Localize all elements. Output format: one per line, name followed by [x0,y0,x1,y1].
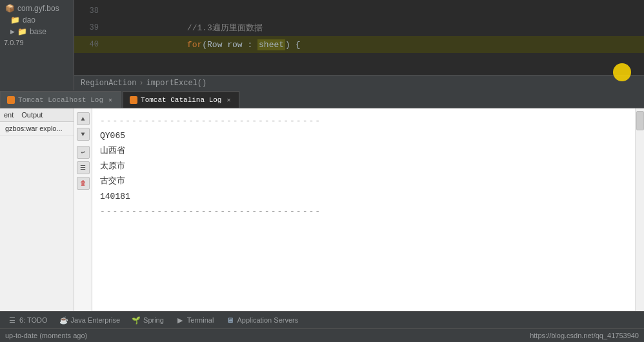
scroll-down-btn[interactable]: ▼ [77,128,90,141]
tree-item-base[interactable]: ▶ 📁 base [0,26,74,37]
breadcrumb-sep: › [139,79,143,88]
version-label: 7.0.79 [0,37,74,48]
tree-item-base-label: base [30,27,46,36]
tab-close-catalina[interactable]: ✕ [225,96,232,104]
terminal-icon: ▶ [176,316,185,325]
tool-tab-todo-label: 6: TODO [19,316,48,324]
arrow-icon: ▶ [10,28,15,35]
tool-tab-terminal[interactable]: ▶ Terminal [170,312,219,328]
tree-item-dao[interactable]: 📁 dao [0,14,74,26]
code-lines: 38 39 //1.3遍历里面数据 40 for(Row row : sheet… [74,0,644,75]
status-bottom: up-to-date (moments ago) https://blog.cs… [0,329,644,342]
log-sidebar-header: ent Output [0,108,74,122]
breadcrumb-class: RegionAction [81,79,136,88]
filter-btn[interactable]: ☰ [77,161,90,174]
log-sep-1: ----------------------------------- [100,116,627,126]
log-entry-4: 140181 [100,189,627,204]
file-tree: 📦 com.gyf.bos 📁 dao ▶ 📁 base 7.0.79 [0,0,74,90]
line-content-40: for(Row row : sheet) { [106,30,300,59]
code-line-40: 40 for(Row row : sheet) { [74,36,644,53]
tab-icon-localhost [7,96,15,104]
log-entry-1: 山西省 [100,143,627,158]
line-number-39: 39 [74,23,106,32]
tool-tab-spring[interactable]: 🌱 Spring [126,312,169,328]
log-controls: ▲ ▼ ↩ ☰ 🗑 [74,108,92,311]
clear-btn[interactable]: 🗑 [77,177,90,190]
status-bar: ☰ 6: TODO ☕ Java Enterprise 🌱 Spring ▶ T… [0,311,644,342]
folder-icon: 📁 [10,15,20,25]
keyword-for: for [187,40,202,50]
sidebar-item-war[interactable]: gzbos:war explo... [0,122,74,136]
wrap-btn[interactable]: ↩ [77,146,90,159]
tool-tab-java-enterprise[interactable]: ☕ Java Enterprise [54,312,125,328]
sidebar-col-ent: ent [0,108,17,121]
tab-icon-catalina [130,96,137,104]
line-number-38: 38 [74,6,106,15]
cursor-indicator [613,63,631,81]
code-editor: 38 39 //1.3遍历里面数据 40 for(Row row : sheet… [74,0,644,90]
breadcrumb-method: importExcel() [146,79,207,88]
breadcrumb: RegionAction › importExcel() [74,75,644,90]
code-paren: (Row row : [202,40,257,50]
java-icon: ☕ [59,316,68,325]
log-sep-2: ----------------------------------- [100,206,627,216]
log-scrollbar[interactable] [635,108,644,311]
tree-item-dao-label: dao [23,15,35,25]
code-brace: ) { [285,40,300,50]
tool-tab-terminal-label: Terminal [187,316,214,324]
status-left: up-to-date (moments ago) [5,332,87,339]
log-entry-2: 太原市 [100,159,627,174]
spring-icon: 🌱 [132,316,141,325]
folder-icon-2: 📁 [17,27,27,36]
code-sheet: sheet [257,39,285,50]
sidebar-item-label: gzbos:war explo... [5,125,63,132]
log-entry-3: 古交市 [100,174,627,188]
tree-item-package[interactable]: 📦 com.gyf.bos [0,3,74,14]
tab-tomcat-localhost[interactable]: Tomcat Localhost Log ✕ [0,91,121,108]
package-icon: 📦 [5,4,15,13]
server-icon: 🖥 [225,316,234,325]
tree-item-label: com.gyf.bos [17,4,59,13]
log-scrollbar-thumb[interactable] [636,111,644,130]
tab-label-catalina: Tomcat Catalina Log [141,96,221,104]
tool-tab-servers-label: Application Servers [237,316,298,324]
log-panel: ent Output gzbos:war explo... ▲ ▼ ↩ ☰ 🗑 … [0,108,644,311]
todo-icon: ☰ [8,316,17,325]
tool-tab-todo[interactable]: ☰ 6: TODO [3,312,53,328]
tool-tab-app-servers[interactable]: 🖥 Application Servers [220,312,303,328]
line-number-40: 40 [74,40,106,49]
sidebar-col-output: Output [17,108,46,121]
log-tabs: Tomcat Localhost Log ✕ Tomcat Catalina L… [0,90,644,108]
scroll-up-btn[interactable]: ▲ [77,112,90,125]
status-url: https://blog.csdn.net/qq_41753940 [530,332,639,339]
tab-tomcat-catalina[interactable]: Tomcat Catalina Log ✕ [123,91,239,108]
log-entry-0: QY065 [100,128,627,143]
tool-tabs: ☰ 6: TODO ☕ Java Enterprise 🌱 Spring ▶ T… [0,312,644,329]
tab-close-localhost[interactable]: ✕ [106,96,114,104]
log-content-area: ----------------------------------- QY06… [92,108,635,311]
tool-tab-spring-label: Spring [143,316,164,324]
log-sidebar: ent Output gzbos:war explo... [0,108,74,311]
tool-tab-java-label: Java Enterprise [71,316,120,324]
tab-label-localhost: Tomcat Localhost Log [18,96,103,104]
